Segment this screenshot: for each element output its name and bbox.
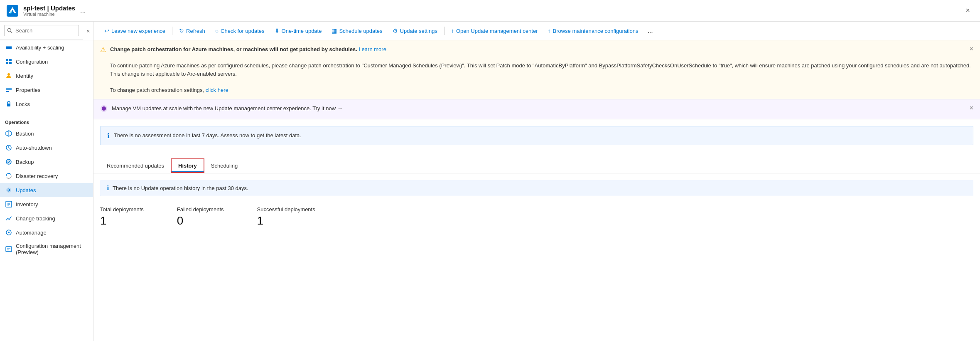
one-time-update-label: One-time update — [282, 28, 322, 34]
schedule-updates-button[interactable]: ▦ Schedule updates — [327, 25, 386, 36]
sidebar-search — [0, 22, 83, 40]
purple-banner-close-button[interactable]: × — [967, 104, 976, 113]
header-title: spl-test | Updates Virtual machine — [23, 5, 75, 17]
svg-rect-3 — [6, 59, 8, 61]
leave-icon: ↩ — [104, 27, 109, 34]
svg-rect-8 — [6, 88, 12, 89]
stats-section: Total deployments 1 Failed deployments 0… — [93, 196, 980, 237]
content-area: ↩ Leave new experience ↻ Refresh ○ Check… — [93, 22, 980, 341]
header-more-button[interactable]: ... — [80, 7, 86, 15]
leave-new-experience-label: Leave new experience — [111, 28, 165, 34]
history-info-bar: ℹ There is no Update operation history i… — [100, 180, 973, 196]
change-tracking-icon — [5, 215, 12, 222]
svg-rect-6 — [9, 62, 12, 64]
svg-rect-2 — [6, 48, 12, 49]
sidebar-item-label: Inventory — [16, 201, 38, 208]
purple-banner: Manage VM updates at scale with the new … — [93, 99, 980, 119]
sidebar-item-availability[interactable]: Availability + scaling — [0, 40, 93, 54]
sidebar-item-automanage[interactable]: Automanage — [0, 225, 93, 240]
refresh-icon: ↻ — [179, 27, 184, 34]
warning-banner-content: Change patch orchestration for Azure mac… — [110, 45, 973, 94]
svg-rect-19 — [6, 247, 12, 252]
sidebar: « Availability + scaling Configuration — [0, 22, 93, 341]
sidebar-item-locks[interactable]: Locks — [0, 97, 93, 111]
history-info-icon: ℹ — [107, 184, 109, 192]
tabs: Recommended updates History Scheduling — [100, 158, 973, 173]
leave-new-experience-button[interactable]: ↩ Leave new experience — [100, 25, 169, 36]
open-update-center-button[interactable]: ↑ Open Update management center — [447, 25, 542, 36]
tab-recommended-updates[interactable]: Recommended updates — [100, 158, 171, 173]
properties-icon — [5, 86, 12, 94]
toolbar: ↩ Leave new experience ↻ Refresh ○ Check… — [93, 22, 980, 40]
warning-banner-body2: To change patch orchestration settings, — [110, 87, 204, 93]
tab-history[interactable]: History — [171, 158, 204, 173]
sidebar-item-configuration[interactable]: Configuration — [0, 54, 93, 69]
update-settings-button[interactable]: ⚙ Update settings — [388, 25, 442, 36]
disaster-recovery-icon — [5, 172, 12, 180]
total-deployments-label: Total deployments — [100, 206, 144, 213]
sidebar-item-label: Updates — [16, 187, 36, 193]
open-update-center-label: Open Update management center — [456, 28, 538, 34]
check-updates-icon: ○ — [215, 27, 219, 34]
warning-banner-title: Change patch orchestration for Azure mac… — [110, 46, 357, 52]
failed-deployments-label: Failed deployments — [177, 206, 224, 213]
browse-maintenance-button[interactable]: ↑ Browse maintenance configurations — [543, 25, 642, 36]
svg-rect-4 — [9, 59, 12, 61]
toolbar-separator-2 — [444, 27, 445, 35]
svg-point-18 — [8, 232, 10, 233]
toolbar-separator — [172, 27, 172, 35]
tabs-container: Recommended updates History Scheduling — [93, 152, 980, 173]
sidebar-item-change-tracking[interactable]: Change tracking — [0, 211, 93, 225]
successful-deployments-value: 1 — [257, 214, 315, 227]
purple-banner-icon — [100, 105, 108, 114]
sidebar-item-label: Availability + scaling — [16, 44, 64, 51]
sidebar-item-label: Configuration — [16, 59, 48, 65]
sidebar-item-config-management[interactable]: Configuration management (Preview) — [0, 240, 93, 259]
sidebar-item-label: Auto-shutdown — [16, 145, 52, 151]
automanage-icon — [5, 229, 12, 236]
browse-maintenance-label: Browse maintenance configurations — [553, 28, 638, 34]
blue-banner: ℹ There is no assessment done in last 7 … — [100, 126, 973, 145]
resource-name: spl-test | Updates — [23, 5, 75, 12]
locks-icon — [5, 100, 12, 108]
sidebar-collapse-button[interactable]: « — [83, 24, 93, 37]
sidebar-item-properties[interactable]: Properties — [0, 83, 93, 97]
tab-scheduling[interactable]: Scheduling — [204, 158, 244, 173]
sidebar-item-identity[interactable]: Identity — [0, 69, 93, 83]
refresh-button[interactable]: ↻ Refresh — [175, 25, 209, 36]
warning-banner-close-button[interactable]: × — [967, 44, 976, 54]
sidebar-item-disaster-recovery[interactable]: Disaster recovery — [0, 169, 93, 183]
refresh-label: Refresh — [186, 28, 205, 34]
azure-logo — [7, 5, 18, 17]
toolbar-more-button[interactable]: ... — [644, 25, 656, 37]
sidebar-top-items: Availability + scaling Configuration Ide… — [0, 40, 93, 111]
svg-rect-16 — [6, 201, 12, 207]
check-updates-button[interactable]: ○ Check for updates — [211, 25, 269, 36]
sidebar-item-label: Properties — [16, 87, 40, 93]
sidebar-item-inventory[interactable]: Inventory — [0, 197, 93, 211]
close-button[interactable]: × — [962, 5, 973, 17]
one-time-update-button[interactable]: ⬇ One-time update — [270, 25, 326, 36]
warning-banner: ⚠ Change patch orchestration for Azure m… — [93, 40, 980, 99]
sidebar-item-updates[interactable]: Updates — [0, 183, 93, 197]
click-here-link[interactable]: click here — [206, 87, 228, 93]
schedule-updates-icon: ▦ — [332, 27, 337, 34]
sidebar-divider — [0, 113, 93, 113]
autoshutdown-icon — [5, 144, 12, 151]
sidebar-item-bastion[interactable]: Bastion — [0, 126, 93, 141]
svg-rect-9 — [6, 89, 12, 90]
total-deployments-stat: Total deployments 1 — [100, 206, 144, 227]
svg-rect-5 — [6, 62, 8, 64]
svg-point-7 — [7, 73, 10, 76]
check-updates-label: Check for updates — [221, 28, 265, 34]
sidebar-item-backup[interactable]: Backup — [0, 155, 93, 169]
blue-banner-icon: ℹ — [107, 132, 110, 140]
learn-more-link[interactable]: Learn more — [359, 46, 386, 52]
sidebar-item-label: Identity — [16, 73, 33, 79]
svg-rect-10 — [6, 91, 9, 92]
bastion-icon — [5, 130, 12, 137]
search-input[interactable] — [4, 25, 79, 36]
availability-icon — [5, 44, 12, 51]
sidebar-item-autoshutdown[interactable]: Auto-shutdown — [0, 141, 93, 155]
resource-type: Virtual machine — [23, 12, 75, 17]
